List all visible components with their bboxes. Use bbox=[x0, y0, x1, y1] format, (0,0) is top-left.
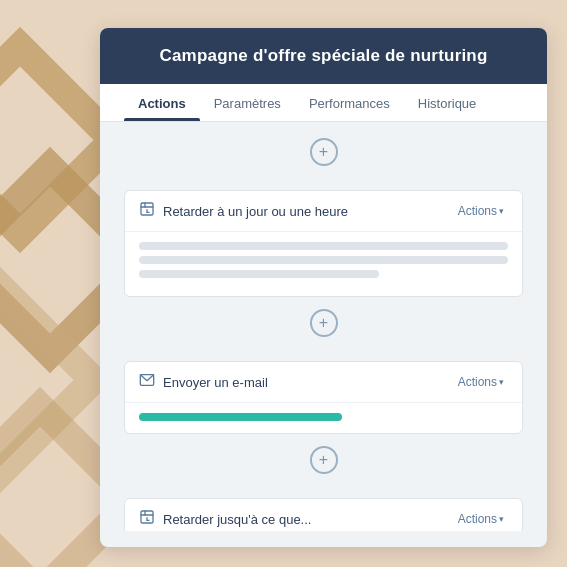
add-step-button-2[interactable]: + bbox=[310, 309, 338, 337]
tab-parametres[interactable]: Paramètres bbox=[200, 84, 295, 121]
email-icon-2 bbox=[139, 372, 155, 392]
page-header: Campagne d'offre spéciale de nurturing bbox=[100, 28, 547, 84]
step-body-1 bbox=[125, 232, 522, 296]
step-title-1: Retarder à un jour ou une heure bbox=[163, 204, 348, 219]
step-title-area-2: Envoyer un e-mail bbox=[139, 372, 268, 392]
step-card-2: Envoyer un e-mail Actions ▾ bbox=[124, 361, 523, 434]
tab-performances[interactable]: Performances bbox=[295, 84, 404, 121]
step-title-area-3: Retarder jusqu'à ce que... bbox=[139, 509, 311, 529]
main-card: Campagne d'offre spéciale de nurturing A… bbox=[100, 28, 547, 547]
step-card-3: Retarder jusqu'à ce que... Actions ▾ bbox=[124, 498, 523, 531]
skeleton-line bbox=[139, 242, 508, 250]
tab-bar: Actions Paramètres Performances Historiq… bbox=[100, 84, 547, 122]
email-progress-bar bbox=[139, 413, 342, 421]
tab-historique[interactable]: Historique bbox=[404, 84, 491, 121]
actions-dropdown-arrow-3: ▾ bbox=[499, 514, 504, 524]
step-header-2: Envoyer un e-mail Actions ▾ bbox=[125, 362, 522, 403]
plus-icon: + bbox=[319, 315, 328, 331]
plus-icon: + bbox=[319, 144, 328, 160]
step-card-1: Retarder à un jour ou une heure Actions … bbox=[124, 190, 523, 297]
step-header-1: Retarder à un jour ou une heure Actions … bbox=[125, 191, 522, 232]
timer-icon-1 bbox=[139, 201, 155, 221]
step-title-3: Retarder jusqu'à ce que... bbox=[163, 512, 311, 527]
step-title-area-1: Retarder à un jour ou une heure bbox=[139, 201, 348, 221]
timer-icon-3 bbox=[139, 509, 155, 529]
skeleton-line bbox=[139, 270, 379, 278]
step-body-2 bbox=[125, 403, 522, 433]
tab-actions[interactable]: Actions bbox=[124, 84, 200, 121]
plus-icon: + bbox=[319, 452, 328, 468]
add-step-button-3[interactable]: + bbox=[310, 446, 338, 474]
skeleton-line bbox=[139, 256, 508, 264]
content-area: + Retarder à un jour ou une bbox=[100, 122, 547, 531]
actions-button-1[interactable]: Actions ▾ bbox=[454, 202, 508, 220]
actions-dropdown-arrow-2: ▾ bbox=[499, 377, 504, 387]
step-title-2: Envoyer un e-mail bbox=[163, 375, 268, 390]
step-header-3: Retarder jusqu'à ce que... Actions ▾ bbox=[125, 499, 522, 531]
actions-button-3[interactable]: Actions ▾ bbox=[454, 510, 508, 528]
add-step-button-top[interactable]: + bbox=[310, 138, 338, 166]
actions-dropdown-arrow-1: ▾ bbox=[499, 206, 504, 216]
actions-button-2[interactable]: Actions ▾ bbox=[454, 373, 508, 391]
page-title: Campagne d'offre spéciale de nurturing bbox=[159, 46, 487, 65]
